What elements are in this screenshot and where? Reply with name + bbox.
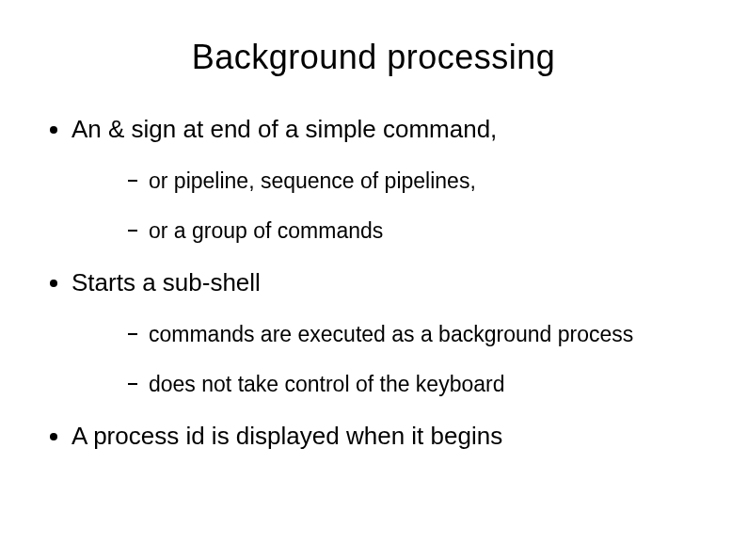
sub-list-item: does not take control of the keyboard <box>128 372 719 397</box>
list-item-text: A process id is displayed when it begins <box>72 422 502 450</box>
sub-list-item: or a group of commands <box>128 218 719 244</box>
list-item-text: Starts a sub-shell <box>72 268 261 296</box>
slide-title: Background processing <box>28 38 719 77</box>
sub-list: or pipeline, sequence of pipelines, or a… <box>72 168 719 244</box>
list-item: A process id is displayed when it begins <box>72 422 719 451</box>
list-item: Starts a sub-shell commands are executed… <box>72 268 719 397</box>
sub-list-item: or pipeline, sequence of pipelines, <box>128 168 719 194</box>
bullet-list: An & sign at end of a simple command, or… <box>28 115 719 451</box>
sub-list: commands are executed as a background pr… <box>72 322 719 397</box>
list-item: An & sign at end of a simple command, or… <box>72 115 719 244</box>
list-item-text: An & sign at end of a simple command, <box>72 115 497 143</box>
sub-list-item: commands are executed as a background pr… <box>128 322 719 347</box>
